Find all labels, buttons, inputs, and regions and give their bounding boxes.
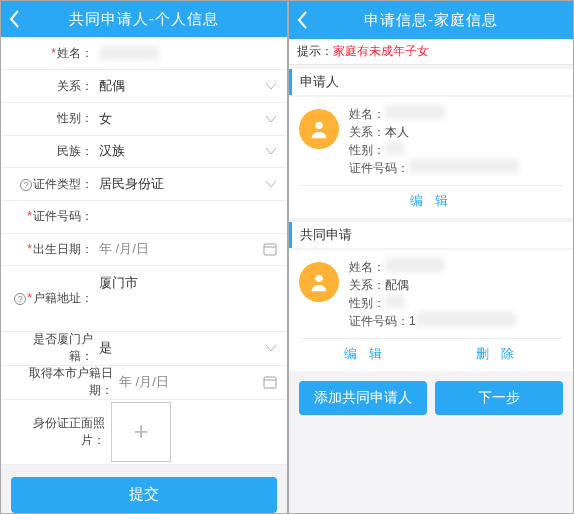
section-applicant: 申请人 [289, 69, 573, 95]
row-gender[interactable]: 性别： 女 [1, 103, 287, 136]
avatar [299, 109, 339, 149]
page-title: 申请信息-家庭信息 [364, 11, 498, 30]
chevron-down-icon [265, 178, 277, 190]
avatar [299, 262, 339, 302]
header: 共同申请人-个人信息 [1, 1, 287, 37]
svg-rect-2 [264, 377, 276, 388]
tip-bar: 提示：家庭有未成年子女 [289, 39, 573, 65]
chevron-down-icon [265, 145, 277, 157]
chevron-down-icon [265, 342, 277, 354]
row-name[interactable]: *姓名： [1, 37, 287, 70]
chevron-down-icon [265, 80, 277, 92]
section-coapplicant: 共同申请 [289, 222, 573, 248]
svg-rect-0 [264, 244, 276, 255]
coapplicant-card: 姓名： 关系：配偶 性别： 证件号码：1 编 辑 删 除 [289, 250, 573, 371]
back-icon[interactable] [9, 10, 21, 28]
applicant-card: 姓名： 关系：本人 性别： 证件号码： 编 辑 [289, 97, 573, 218]
add-coapplicant-button[interactable]: 添加共同申请人 [299, 381, 427, 415]
help-icon[interactable]: ? [20, 179, 32, 191]
svg-point-4 [315, 122, 322, 129]
row-photo[interactable]: 身份证正面照片： + [1, 400, 287, 465]
row-nation[interactable]: 民族： 汉族 [1, 136, 287, 169]
header: 申请信息-家庭信息 [289, 1, 573, 39]
svg-point-5 [315, 275, 322, 282]
help-icon[interactable]: ? [14, 293, 26, 305]
left-panel: 共同申请人-个人信息 *姓名： 关系： 配偶 性别： 女 民族： 汉族 ?证件类… [0, 0, 288, 514]
row-idtype[interactable]: ?证件类型： 居民身份证 [1, 168, 287, 201]
right-panel: 申请信息-家庭信息 提示：家庭有未成年子女 申请人 姓名： 关系：本人 性别： … [288, 0, 574, 514]
name-value [99, 46, 159, 60]
row-idno[interactable]: *证件号码： [1, 201, 287, 234]
row-isxm[interactable]: 是否厦门户籍： 是 [1, 332, 287, 366]
next-button[interactable]: 下一步 [435, 381, 563, 415]
page-title: 共同申请人-个人信息 [69, 10, 219, 29]
delete-link[interactable]: 删 除 [476, 345, 518, 363]
photo-upload[interactable]: + [111, 402, 171, 462]
calendar-icon [263, 375, 277, 389]
calendar-icon [263, 242, 277, 256]
edit-link[interactable]: 编 辑 [410, 192, 452, 210]
edit-link[interactable]: 编 辑 [344, 345, 386, 363]
row-gotdate[interactable]: 取得本市户籍日期： 年 /月/日 [1, 366, 287, 400]
back-icon[interactable] [297, 11, 309, 29]
submit-button[interactable]: 提交 [11, 477, 277, 513]
row-relation[interactable]: 关系： 配偶 [1, 70, 287, 103]
row-addr[interactable]: ?*户籍地址： 厦门市 [1, 266, 287, 331]
row-birth[interactable]: *出生日期： 年 /月/日 [1, 234, 287, 267]
chevron-down-icon [265, 113, 277, 125]
